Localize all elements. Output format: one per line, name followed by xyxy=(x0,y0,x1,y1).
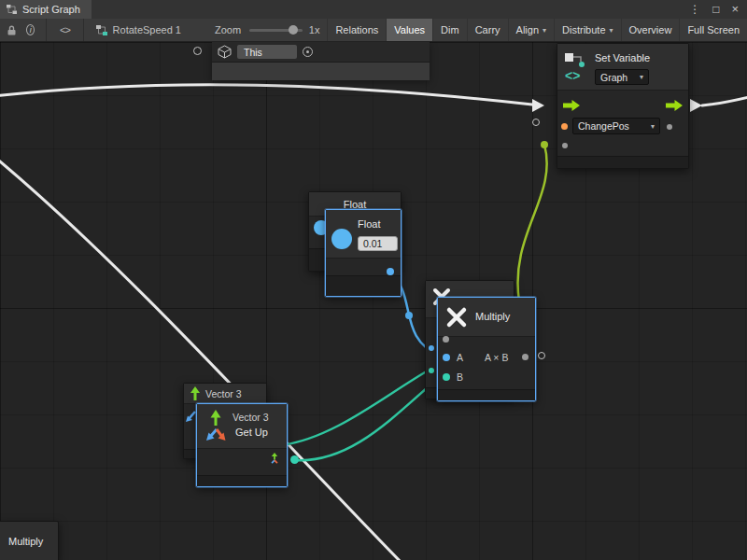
float-value-field[interactable]: 0.01 xyxy=(358,236,398,251)
zoom-slider-knob[interactable] xyxy=(289,25,298,35)
chevron-down-icon: ▾ xyxy=(610,26,613,35)
dim-button[interactable]: Dim xyxy=(432,19,467,42)
lock-icon[interactable] xyxy=(6,24,18,36)
flow-arrowhead-left xyxy=(532,99,544,112)
input-value-port[interactable] xyxy=(562,143,568,148)
output-value-port[interactable] xyxy=(667,124,672,130)
output-port[interactable] xyxy=(522,354,529,360)
unconnected-port[interactable] xyxy=(193,47,202,55)
tab-script-graph[interactable]: Script Graph xyxy=(0,0,92,19)
node-title: Float xyxy=(344,199,366,210)
set-variable-icon: <> xyxy=(562,49,588,85)
vector3-type-icon xyxy=(268,453,281,466)
zoom-label: Zoom xyxy=(215,24,241,35)
flow-out-port[interactable] xyxy=(665,99,684,112)
panel-body xyxy=(212,63,430,80)
self-object-field[interactable]: This xyxy=(237,45,297,59)
chevron-down-icon: ▾ xyxy=(543,26,546,35)
flow-wire-out xyxy=(702,96,747,105)
more-menu-icon[interactable]: ⋮ xyxy=(689,0,700,19)
variable-name-port[interactable] xyxy=(561,123,568,130)
carry-button[interactable]: Carry xyxy=(467,19,508,42)
graph-asset-icon xyxy=(95,24,108,36)
svg-text:<>: <> xyxy=(565,68,580,83)
multiply-node-corner[interactable]: Multiply xyxy=(0,521,59,560)
node-title: Multiply xyxy=(8,536,43,547)
chevron-down-icon: ▾ xyxy=(651,122,655,131)
multiply-node[interactable]: Multiply A A × B B xyxy=(437,297,536,401)
node-title: Float xyxy=(358,218,380,230)
unconnected-port[interactable] xyxy=(538,352,545,359)
node-title: Get Up xyxy=(235,427,268,438)
input-port[interactable] xyxy=(429,345,434,351)
node-category: Vector 3 xyxy=(233,412,269,423)
port-a-label: A xyxy=(457,352,463,363)
float-output-port[interactable] xyxy=(387,268,394,275)
vector3-up-arrow-icon xyxy=(189,386,201,401)
vector-wire-2 xyxy=(282,370,430,445)
flow-in-port[interactable] xyxy=(562,99,581,112)
float-node[interactable]: Float 0.01 xyxy=(325,209,402,297)
script-graph-icon xyxy=(6,4,18,15)
flow-arrowhead-right xyxy=(690,99,702,112)
node-title: Set Variable xyxy=(595,52,650,63)
vector-wire-1 xyxy=(295,376,441,460)
zoom-slider[interactable] xyxy=(249,29,303,32)
info-icon[interactable]: i xyxy=(26,24,35,35)
zoom-value: 1x xyxy=(309,24,320,35)
vector3-output-port[interactable] xyxy=(290,455,299,464)
flow-wire-in xyxy=(0,85,532,105)
vector3-axes-icon xyxy=(204,409,227,444)
generic-port[interactable] xyxy=(443,336,449,343)
close-icon[interactable]: × xyxy=(731,0,739,19)
input-port[interactable] xyxy=(429,368,434,373)
port-out-label: A × B xyxy=(485,352,508,363)
tab-label: Script Graph xyxy=(22,4,80,15)
port-b-label: B xyxy=(457,371,463,383)
distribute-button[interactable]: Distribute▾ xyxy=(554,19,620,42)
maximize-icon[interactable]: □ xyxy=(712,0,719,19)
breadcrumb-graph[interactable]: RotateSpeed 1 xyxy=(95,24,181,36)
input-a-port[interactable] xyxy=(443,354,450,361)
get-up-node[interactable]: Vector 3 Get Up xyxy=(196,403,288,487)
float-icon xyxy=(331,229,352,249)
relations-button[interactable]: Relations xyxy=(327,19,386,42)
overview-button[interactable]: Overview xyxy=(621,19,680,42)
multiply-icon xyxy=(445,306,468,329)
align-button[interactable]: Align▾ xyxy=(508,19,554,42)
window-titlebar: Script Graph ⋮ □ × xyxy=(0,0,747,19)
value-wire-endpoint[interactable] xyxy=(541,141,548,148)
value-wire xyxy=(517,145,546,301)
variable-name-dropdown[interactable]: ChangePos ▾ xyxy=(572,118,660,134)
chevron-down-icon: ▾ xyxy=(640,73,643,81)
gameobject-cube-icon xyxy=(218,45,232,59)
object-picker-icon[interactable] xyxy=(303,47,313,57)
fullscreen-button[interactable]: Full Screen xyxy=(679,19,747,42)
input-b-port[interactable] xyxy=(443,373,450,381)
unconnected-port[interactable] xyxy=(532,119,540,126)
graph-inspector-panel: This xyxy=(212,42,430,80)
graph-canvas[interactable]: Float Vector 3 This xyxy=(0,42,747,560)
float-wire-dot[interactable] xyxy=(405,312,413,319)
set-variable-node[interactable]: <> Set Variable Graph ▾ ChangePos ▾ xyxy=(557,43,689,169)
graph-name: RotateSpeed 1 xyxy=(113,24,181,35)
graph-toolbar: i <> RotateSpeed 1 Zoom 1x Relations Val… xyxy=(0,19,747,42)
values-button[interactable]: Values xyxy=(386,19,432,42)
variable-scope-dropdown[interactable]: Graph ▾ xyxy=(595,69,649,85)
node-title: Multiply xyxy=(475,311,510,322)
node-title: Vector 3 xyxy=(205,388,242,399)
code-view-icon[interactable]: <> xyxy=(60,24,70,35)
